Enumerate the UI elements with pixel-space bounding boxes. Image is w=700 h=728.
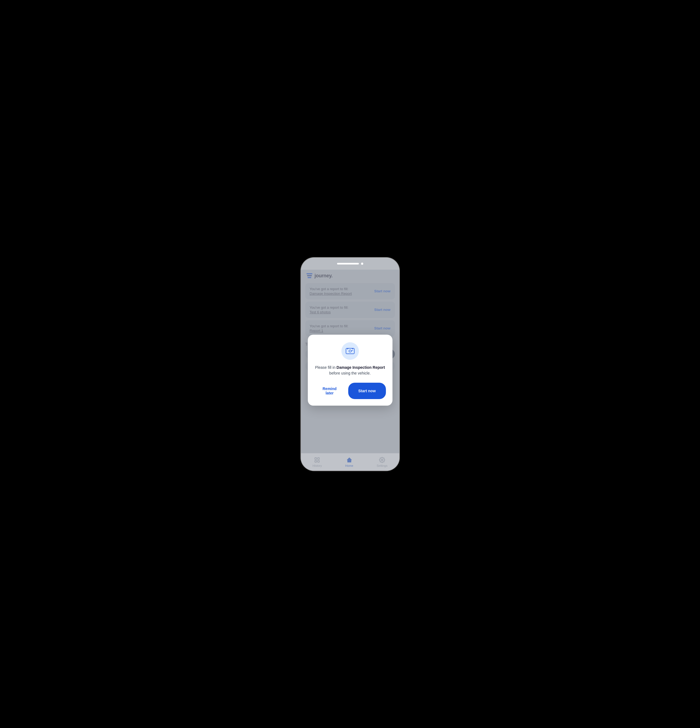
- modal-overlay: Please fill in Damage Inspection Report …: [301, 270, 399, 471]
- start-now-button[interactable]: Start now: [348, 383, 386, 399]
- modal-message: Please fill in Damage Inspection Report …: [314, 365, 386, 376]
- phone-screen: journey. You've got a report to fill: Da…: [301, 270, 399, 471]
- damage-report-icon: [346, 347, 355, 356]
- phone-frame: journey. You've got a report to fill: Da…: [301, 258, 399, 471]
- notch-pill: [337, 263, 359, 264]
- modal-icon-wrap: [341, 342, 359, 360]
- modal-report-name: Damage Inspection Report: [337, 365, 385, 370]
- remind-later-button[interactable]: Remind later: [314, 383, 345, 399]
- notch-dot: [361, 263, 363, 265]
- svg-point-6: [349, 350, 351, 352]
- notch-bar: [301, 258, 399, 270]
- modal-dialog: Please fill in Damage Inspection Report …: [308, 335, 392, 406]
- modal-actions: Remind later Start now: [314, 383, 386, 399]
